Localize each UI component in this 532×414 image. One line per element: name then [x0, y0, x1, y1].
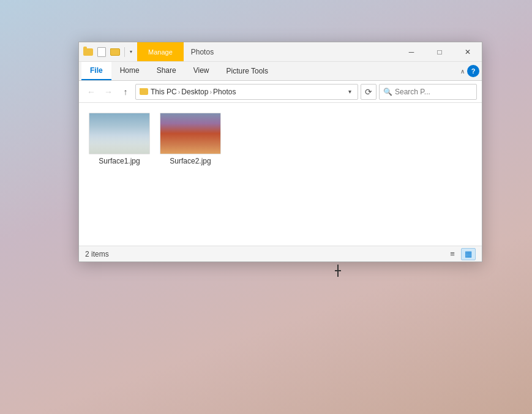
- address-box[interactable]: This PC › Desktop › Photos ▾: [135, 84, 358, 100]
- search-icon: 🔍: [383, 88, 392, 96]
- qat-folder2-icon[interactable]: [110, 47, 121, 58]
- qat-folder-icon[interactable]: [83, 47, 94, 58]
- view-list-button[interactable]: ≡: [445, 248, 460, 260]
- tab-share[interactable]: Share: [148, 62, 185, 80]
- resize-cursor: [335, 265, 341, 277]
- file-label-surface2: Surface2.jpg: [170, 157, 211, 165]
- file-item-surface2[interactable]: Surface2.jpg: [160, 113, 221, 165]
- status-bar: 2 items ≡ ▦: [79, 246, 482, 262]
- quick-access-toolbar: ▾: [79, 42, 137, 61]
- file-area: Surface1.jpg Surface2.jpg: [79, 103, 482, 246]
- thumbnail-surface1: [89, 113, 150, 154]
- path-this-pc[interactable]: This PC: [151, 88, 177, 96]
- address-folder-icon: [140, 88, 148, 95]
- view-grid-button[interactable]: ▦: [461, 248, 476, 260]
- qat-dropdown-icon[interactable]: ▾: [129, 49, 133, 55]
- title-bar: ▾ Manage Photos ─ □ ✕: [79, 42, 482, 62]
- qat-page-icon[interactable]: [96, 47, 107, 58]
- tab-picture-tools[interactable]: Picture Tools: [218, 62, 277, 80]
- thumbnail-image-surface1: [89, 113, 149, 154]
- qat-separator: [124, 47, 125, 57]
- address-bar: ← → ↑ This PC › Desktop › Photos ▾ ⟳ 🔍: [79, 81, 482, 103]
- ribbon-collapse-icon[interactable]: ∧: [460, 68, 465, 75]
- address-path: This PC › Desktop › Photos: [151, 88, 236, 96]
- help-button[interactable]: ?: [467, 65, 479, 77]
- view-buttons: ≡ ▦: [445, 248, 476, 260]
- tab-home[interactable]: Home: [111, 62, 148, 80]
- path-photos[interactable]: Photos: [213, 88, 236, 96]
- manage-tab[interactable]: Manage: [137, 42, 184, 61]
- address-dropdown-icon[interactable]: ▾: [346, 88, 354, 95]
- ribbon-tabs: File Home Share View Picture Tools ∧ ?: [79, 62, 482, 80]
- sep1: ›: [178, 88, 181, 96]
- tab-view[interactable]: View: [185, 62, 218, 80]
- status-item-count: 2 items: [85, 250, 109, 258]
- back-button[interactable]: ←: [84, 85, 99, 99]
- search-box[interactable]: 🔍: [379, 84, 477, 100]
- title-center: Manage Photos: [137, 42, 397, 61]
- ribbon-help: ∧ ?: [460, 62, 479, 80]
- maximize-button[interactable]: □: [425, 42, 454, 62]
- tab-file[interactable]: File: [81, 62, 111, 80]
- sep2: ›: [209, 88, 212, 96]
- window-controls: ─ □ ✕: [397, 42, 482, 61]
- path-desktop[interactable]: Desktop: [181, 88, 208, 96]
- file-item-surface1[interactable]: Surface1.jpg: [89, 113, 150, 165]
- search-input[interactable]: [395, 88, 473, 96]
- forward-button[interactable]: →: [101, 85, 116, 99]
- file-label-surface1: Surface1.jpg: [99, 157, 140, 165]
- up-button[interactable]: ↑: [118, 85, 133, 99]
- explorer-window: ▾ Manage Photos ─ □ ✕ File Home Share Vi…: [78, 42, 482, 262]
- thumbnail-surface2: [160, 113, 221, 154]
- close-button[interactable]: ✕: [454, 42, 482, 62]
- ribbon: File Home Share View Picture Tools ∧ ?: [79, 62, 482, 81]
- window-title: Photos: [184, 48, 221, 56]
- refresh-button[interactable]: ⟳: [361, 84, 377, 100]
- thumbnail-image-surface2: [160, 113, 220, 154]
- minimize-button[interactable]: ─: [397, 42, 425, 62]
